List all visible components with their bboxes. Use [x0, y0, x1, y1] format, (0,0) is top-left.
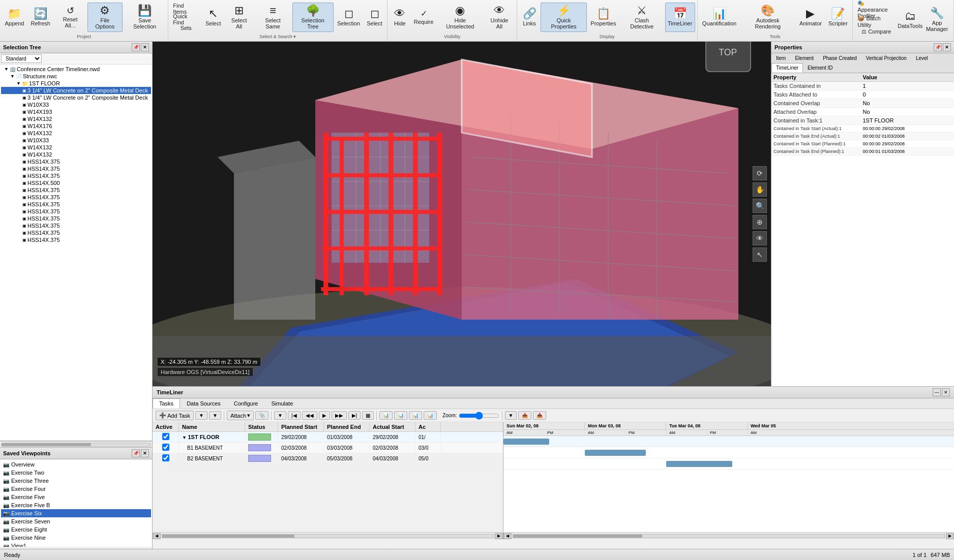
refresh-button[interactable]: 🔄 Refresh	[28, 3, 53, 32]
tl-prev-button[interactable]: ◀◀	[302, 411, 317, 420]
tab-vertical-projection[interactable]: Vertical Projection	[861, 53, 911, 63]
look-at-button[interactable]: 👁	[753, 231, 767, 245]
list-item[interactable]: ▣ HSS14X.500	[1, 179, 151, 186]
tl-settings-button[interactable]: ▼	[274, 411, 286, 420]
tl-play-button[interactable]: ▶	[319, 411, 330, 420]
list-item[interactable]: ▣ HSS14X.375	[1, 215, 151, 222]
tl-options-button[interactable]: ▼	[505, 411, 517, 420]
viewpoint-item-ex4[interactable]: 📷 Exercise Four	[1, 485, 151, 493]
file-options-button[interactable]: ⚙ File Options	[87, 3, 123, 32]
list-item[interactable]: ▣ HSS14X.375	[1, 194, 151, 201]
timeliner-button[interactable]: 📅 TimeLiner	[665, 3, 695, 32]
select-tool-button[interactable]: ↖	[753, 247, 767, 262]
list-item[interactable]: ▣ HSS14X.375	[1, 158, 151, 165]
saved-viewpoints-close-button[interactable]: ✕	[141, 449, 149, 457]
task-row-1st-floor[interactable]: ▼ 1ST FLOOR 29/02/2008 01/03/2008 29/02/…	[153, 432, 503, 443]
selection-tree-pin-button[interactable]: 📌	[132, 43, 140, 51]
list-item[interactable]: ▣ W14X132	[1, 151, 151, 158]
selection-tree-button[interactable]: 🌳 Selection Tree	[292, 3, 334, 32]
viewpoint-item-overview[interactable]: 📷 Overview	[1, 460, 151, 469]
viewpoint-item-ex9[interactable]: 📷 Exercise Nine	[1, 534, 151, 542]
orbit-tool-button[interactable]: ⟳	[753, 166, 767, 180]
add-task-button[interactable]: ➕ Add Task	[156, 411, 194, 420]
quick-find-button[interactable]: Quick Find	[170, 15, 201, 24]
clash-detective-button[interactable]: ⚔ Clash Detective	[620, 3, 664, 32]
tl-view-both-button[interactable]: 📊	[409, 411, 422, 420]
tab-phase-created[interactable]: Phase Created	[818, 53, 861, 63]
zoom-selected-button[interactable]: ⊕	[753, 215, 767, 229]
list-item[interactable]: ▣ HSS14X.375	[1, 229, 151, 236]
tree-item-1stfloor[interactable]: ▼ 📁 1ST FLOOR	[1, 80, 151, 87]
timeliner-close-button[interactable]: ✕	[942, 388, 950, 396]
select-button[interactable]: ↖ Select	[202, 3, 224, 32]
tl-import-button[interactable]: 📥	[533, 411, 546, 420]
list-item[interactable]: ▣ HSS14X.375	[1, 222, 151, 229]
timeliner-pin-button[interactable]: —	[933, 388, 941, 396]
tab-element-id[interactable]: Element ID	[803, 63, 837, 73]
animator-button[interactable]: ▶ Animator	[796, 3, 824, 32]
properties-pin-button[interactable]: 📌	[934, 43, 942, 51]
tab-element[interactable]: Element	[790, 53, 818, 63]
task-active-cell[interactable]	[153, 443, 179, 453]
viewport[interactable]: TOP X: -24.305 m Y: -48.559 m Z: 33.790 …	[153, 42, 771, 386]
viewpoint-item-ex6[interactable]: 📷 Exercise Six	[1, 509, 151, 517]
hide-button[interactable]: 👁 Hide	[390, 3, 410, 32]
require-button[interactable]: ✓ Require	[411, 3, 436, 32]
attach-button[interactable]: Attach ▾	[227, 411, 254, 420]
tl-gantt-view-button[interactable]: ▦	[362, 411, 374, 420]
append-button[interactable]: 📁 Append	[2, 3, 27, 32]
viewpoint-item-ex2[interactable]: 📷 Exercise Two	[1, 469, 151, 477]
saved-viewpoints-pin-button[interactable]: 📌	[132, 449, 140, 457]
links-button[interactable]: 🔗 Links	[519, 3, 540, 32]
save-selection-button[interactable]: 💾 Save Selection	[124, 3, 166, 32]
tl-view-none-button[interactable]: 📊	[424, 411, 437, 420]
list-item[interactable]: ▣ HSS14X.375	[1, 236, 151, 243]
list-item[interactable]: ▣ W14X132	[1, 144, 151, 151]
list-item[interactable]: ▣ W14X132	[1, 115, 151, 122]
list-item[interactable]: ▣ W14X176	[1, 122, 151, 130]
tl-play-end-button[interactable]: ▶|	[348, 411, 361, 420]
unhide-all-button[interactable]: 👁 Unhide All	[484, 3, 515, 32]
tl-next-button[interactable]: ▶▶	[332, 411, 347, 420]
list-item[interactable]: ▣ HSS14X.375	[1, 201, 151, 208]
selection-button[interactable]: ◻ Selection	[335, 3, 363, 32]
select-same-button[interactable]: ≡ Select Same	[254, 3, 291, 32]
reset-all-button[interactable]: ↺ Reset All...	[54, 3, 86, 32]
list-item[interactable]: ▣ HSS14X.375	[1, 165, 151, 172]
tree-standard-select[interactable]: Standard	[1, 54, 42, 63]
list-item[interactable]: ▣ W10X33	[1, 101, 151, 108]
list-item[interactable]: ▣ W14X193	[1, 108, 151, 115]
pan-tool-button[interactable]: ✋	[753, 182, 767, 197]
hide-unselected-button[interactable]: ◉ Hide Unselected	[437, 3, 483, 32]
batch-utility-button[interactable]: 📦 Batch Utility	[855, 16, 898, 27]
tree-item-selected1[interactable]: ▣ 3 1/4" LW Concrete on 2" Composite Met…	[1, 87, 151, 94]
viewpoint-item-ex8[interactable]: 📷 Exercise Eight	[1, 525, 151, 534]
list-item[interactable]: ▣ HSS14X.375	[1, 172, 151, 179]
compare-button[interactable]: ⚖ Compare	[855, 27, 898, 37]
tl-menu1-button[interactable]: ▼	[195, 411, 207, 420]
tl-export-button[interactable]: 📤	[518, 411, 531, 420]
app-manager-button[interactable]: 🔧 App Manager	[922, 5, 951, 35]
task-active-cell[interactable]	[153, 453, 179, 463]
tree-item-item2[interactable]: ▣ 3 1/4" LW Concrete on 2" Composite Met…	[1, 94, 151, 101]
task-row-b1-basement[interactable]: B1 BASEMENT 02/03/2008 03/03/2008 02/03/…	[153, 443, 503, 453]
timeliner-tab-tasks[interactable]: Tasks	[153, 398, 180, 409]
tl-play-start-button[interactable]: |◀	[288, 411, 301, 420]
select-all-button[interactable]: ⊞ Select All	[225, 3, 253, 32]
viewpoint-item-ex3[interactable]: 📷 Exercise Three	[1, 477, 151, 485]
tl-view-planned-button[interactable]: 📊	[379, 411, 393, 420]
viewpoint-item-ex5[interactable]: 📷 Exercise Five	[1, 493, 151, 501]
quantification-button[interactable]: 📊 Quantification	[700, 3, 739, 32]
tl-attach2-button[interactable]: 📎	[255, 411, 269, 420]
properties-button[interactable]: 📋 Properties	[588, 3, 619, 32]
zoom-tool-button[interactable]: 🔍	[753, 199, 767, 213]
timeliner-tab-configure[interactable]: Configure	[227, 398, 265, 409]
select2-button[interactable]: ◻ Select	[364, 3, 385, 32]
task-row-b2-basement[interactable]: B2 BASEMENT 04/03/2008 05/03/2008 04/03/…	[153, 453, 503, 464]
timeliner-tab-simulate[interactable]: Simulate	[264, 398, 300, 409]
scripter-button[interactable]: 📝 Scripter	[825, 3, 850, 32]
autodesk-rendering-button[interactable]: 🎨 Autodesk Rendering	[740, 3, 795, 32]
tl-zoom-slider[interactable]	[459, 412, 499, 420]
viewpoint-item-ex5b[interactable]: 📷 Exercise Five B	[1, 501, 151, 509]
find-items-button[interactable]: Find Items	[170, 3, 201, 14]
